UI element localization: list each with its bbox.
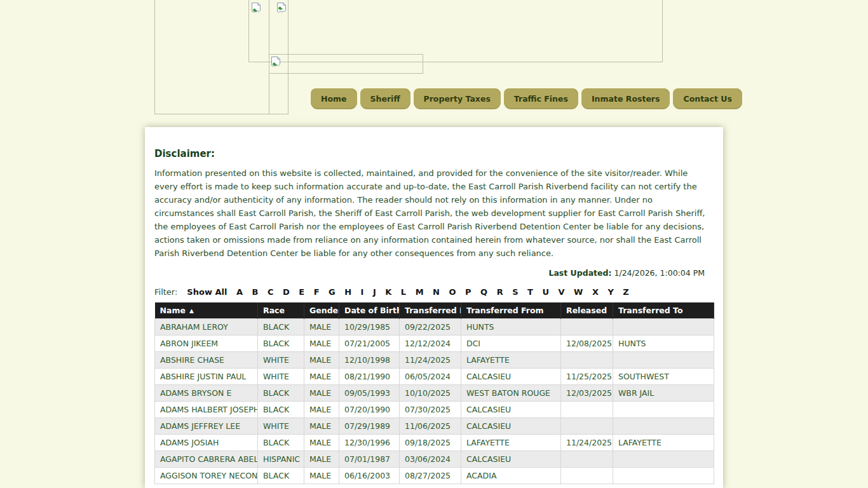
cell-gender: MALE [304,319,339,336]
last-updated-label: Last Updated: [548,268,611,278]
cell-date-of-birth: 10/29/1985 [339,319,400,336]
nav-button-home[interactable]: Home [311,88,357,109]
cell-race: WHITE [258,352,304,369]
nav-button-inmate-rosters[interactable]: Inmate Rosters [581,88,670,109]
filter-show-all-link[interactable]: Show All [187,287,227,297]
filter-letter-k[interactable]: K [385,287,391,297]
filter-letter-w[interactable]: W [574,287,583,297]
filter-letter-c[interactable]: C [268,287,274,297]
cell-date-of-birth: 07/20/1990 [339,402,400,418]
column-header-transferred-to[interactable]: Transferred To [613,302,714,319]
cell-date-of-birth: 09/05/1993 [339,385,400,402]
filter-letter-x[interactable]: X [592,287,599,297]
column-header-released[interactable]: Released [561,302,613,319]
column-header-date-of-birth[interactable]: Date of Birth [339,302,400,319]
filter-letter-r[interactable]: R [497,287,503,297]
cell-transferred-to: LAFAYETTE [613,435,714,451]
filter-letter-g[interactable]: G [329,287,336,297]
cell-transferred-in: 11/06/2025 [400,418,461,435]
cell-race: BLACK [258,319,304,336]
cell-transferred-to [613,418,714,435]
cell-race: HISPANIC [258,451,304,468]
filter-letter-e[interactable]: E [299,287,304,297]
cell-transferred-to [613,319,714,336]
table-row: ABRAHAM LEROYBLACKMALE10/29/198509/22/20… [155,319,714,336]
cell-race: BLACK [258,468,304,484]
cell-date-of-birth: 07/21/2005 [339,336,400,352]
filter-letter-l[interactable]: L [401,287,406,297]
cell-transferred-in: 10/10/2025 [400,385,461,402]
broken-image-icon [270,56,281,67]
column-header-transferred-from[interactable]: Transferred From [461,302,561,319]
filter-letter-p[interactable]: P [465,287,471,297]
cell-transferred-from: CALCASIEU [461,369,561,385]
cell-date-of-birth: 12/30/1996 [339,435,400,451]
cell-transferred-from: WEST BATON ROUGE [461,385,561,402]
cell-gender: MALE [304,385,339,402]
cell-gender: MALE [304,402,339,418]
filter-letter-y[interactable]: Y [607,287,613,297]
last-updated-value: 1/24/2026, 1:00:04 PM [614,268,705,278]
filter-letter-m[interactable]: M [416,287,424,297]
column-header-name[interactable]: Name▲ [155,302,258,319]
filter-letter-q[interactable]: Q [480,287,487,297]
cell-transferred-in: 12/12/2024 [400,336,461,352]
cell-transferred-to [613,451,714,468]
cell-date-of-birth: 12/10/1998 [339,352,400,369]
inmate-roster-table: Name▲RaceGenderDate of BirthTransferred … [154,302,714,484]
cell-transferred-in: 06/05/2024 [400,369,461,385]
nav-button-sheriff[interactable]: Sheriff [360,88,410,109]
cell-race: BLACK [258,385,304,402]
cell-transferred-from: LAFAYETTE [461,352,561,369]
filter-letter-j[interactable]: J [373,287,376,297]
table-header-row: Name▲RaceGenderDate of BirthTransferred … [155,302,714,319]
cell-transferred-to: SOUTHWEST [613,369,714,385]
cell-transferred-to: WBR JAIL [613,385,714,402]
filter-links: Show AllABCDEFGHIJKLMNOPQRSTUVWXYZ [187,287,628,297]
filter-letter-t[interactable]: T [527,287,533,297]
cell-transferred-from: CALCASIEU [461,402,561,418]
cell-name: ADAMS JOSIAH [155,435,258,451]
cell-date-of-birth: 07/29/1989 [339,418,400,435]
broken-image-icon [250,2,262,13]
filter-letter-b[interactable]: B [252,287,258,297]
nav-button-contact-us[interactable]: Contact Us [673,88,742,109]
cell-transferred-from: ACADIA [461,468,561,484]
cell-released: 12/08/2025 [561,336,613,352]
filter-letter-i[interactable]: I [361,287,364,297]
filter-letter-n[interactable]: N [433,287,440,297]
filter-letter-v[interactable]: V [558,287,564,297]
cell-name: ADAMS JEFFREY LEE [155,418,258,435]
filter-letter-u[interactable]: U [542,287,549,297]
column-header-race[interactable]: Race [258,302,304,319]
filter-letter-s[interactable]: S [512,287,518,297]
sort-ascending-icon: ▲ [189,308,194,314]
cell-race: BLACK [258,402,304,418]
filter-letter-f[interactable]: F [314,287,320,297]
column-header-transferred-in[interactable]: Transferred In [400,302,461,319]
cell-released [561,468,613,484]
cell-transferred-from: LAFAYETTE [461,435,561,451]
filter-letter-o[interactable]: O [449,287,456,297]
filter-letter-h[interactable]: H [344,287,351,297]
cell-released: 12/03/2025 [561,385,613,402]
cell-transferred-in: 08/27/2025 [400,468,461,484]
cell-name: AGAPITO CABRERA ABEL [155,451,258,468]
cell-released [561,319,613,336]
banner-placeholder-box [248,0,663,62]
cell-gender: MALE [304,369,339,385]
table-row: ADAMS BRYSON EBLACKMALE09/05/199310/10/2… [155,385,714,402]
cell-date-of-birth: 08/21/1990 [339,369,400,385]
cell-name: ADAMS BRYSON E [155,385,258,402]
nav-button-property-taxes[interactable]: Property Taxes [414,88,501,109]
cell-gender: MALE [304,352,339,369]
cell-name: ABRAHAM LEROY [155,319,258,336]
filter-letter-z[interactable]: Z [623,287,628,297]
filter-label: Filter: [154,287,177,297]
filter-letter-a[interactable]: A [236,287,243,297]
column-header-gender[interactable]: Gender [304,302,339,319]
last-updated: Last Updated: 1/24/2026, 1:00:04 PM [154,268,714,278]
cell-released: 11/25/2025 [561,369,613,385]
nav-button-traffic-fines[interactable]: Traffic Fines [504,88,578,109]
filter-letter-d[interactable]: D [283,287,290,297]
